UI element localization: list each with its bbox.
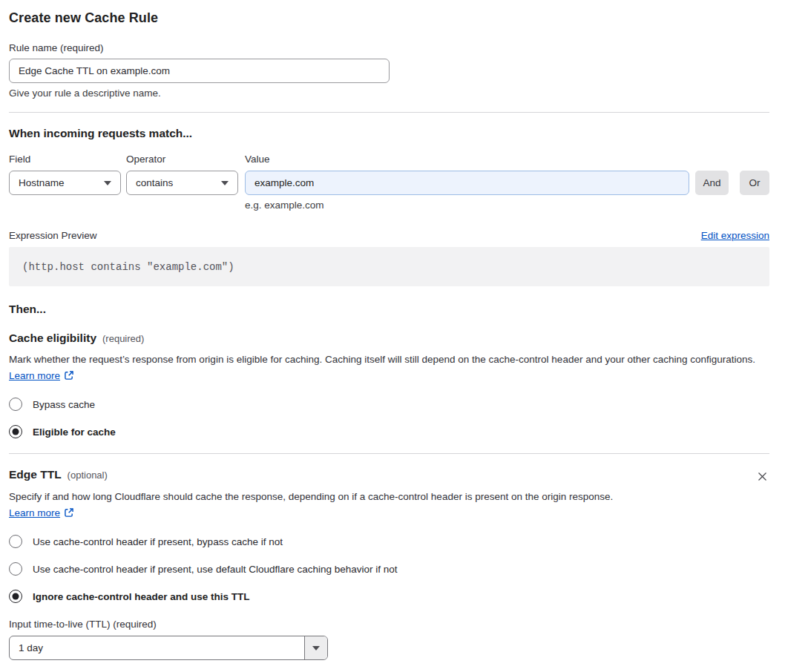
close-edge-ttl-button[interactable] [755,470,769,484]
radio-button[interactable] [9,398,22,411]
page-title: Create new Cache Rule [9,10,769,26]
cache-eligibility-heading: Cache eligibility [9,332,96,345]
chevron-down-icon [312,646,320,650]
edge-ttl-learn-more-link[interactable]: Learn more [9,507,60,518]
create-cache-rule-form: Create new Cache Rule Rule name (require… [0,0,785,660]
value-input[interactable]: example.com [245,171,689,195]
radio-label: Bypass cache [33,399,95,410]
radio-button[interactable] [9,535,22,548]
and-button[interactable]: And [695,171,729,195]
rule-name-input[interactable]: Edge Cache TTL on example.com [9,59,390,83]
radio-option-eligible-for-cache[interactable]: Eligible for cache [9,425,769,438]
ttl-select-value: 1 day [10,636,304,659]
field-select-value: Hostname [19,177,65,188]
ttl-select[interactable]: 1 day [9,636,328,660]
or-button[interactable]: Or [740,171,769,195]
match-section-heading: When incoming requests match... [9,127,769,140]
operator-select[interactable]: contains [126,171,238,195]
radio-button-selected[interactable] [9,590,22,603]
edge-ttl-description-text: Specify if and how long Cloudflare shoul… [9,491,613,502]
edge-ttl-qualifier: (optional) [68,470,108,481]
expression-code: (http.host contains "example.com") [9,247,769,286]
external-link-icon [64,369,74,386]
radio-button-selected[interactable] [9,425,22,438]
external-link-icon [64,507,74,523]
edit-expression-link[interactable]: Edit expression [701,230,769,241]
ttl-select-arrow-button[interactable] [304,636,327,659]
cache-eligibility-description: Mark whether the request’s response from… [9,352,769,385]
radio-label: Eligible for cache [33,426,116,438]
radio-label: Use cache-control header if present, use… [33,564,398,575]
value-label: Value [245,154,689,165]
radio-option-use-header-default[interactable]: Use cache-control header if present, use… [9,562,769,576]
chevron-down-icon [104,181,111,185]
radio-option-ignore-header-use-ttl[interactable]: Ignore cache-control header and use this… [9,590,769,603]
rule-name-helper: Give your rule a descriptive name. [9,88,769,99]
cache-eligibility-qualifier: (required) [102,333,144,344]
field-label: Field [9,154,121,165]
radio-option-use-header-bypass[interactable]: Use cache-control header if present, byp… [9,535,769,548]
rule-name-value: Edge Cache TTL on example.com [19,65,170,76]
edge-ttl-description: Specify if and how long Cloudflare shoul… [9,489,626,522]
rule-name-label: Rule name (required) [9,42,769,53]
radio-button[interactable] [9,562,22,576]
operator-label: Operator [126,154,238,165]
ttl-label: Input time-to-live (TTL) (required) [9,619,769,630]
radio-label: Use cache-control header if present, byp… [33,536,283,547]
then-heading: Then... [9,303,769,316]
cache-eligibility-description-text: Mark whether the request’s response from… [9,354,755,365]
value-helper: e.g. example.com [245,200,689,211]
section-divider [9,112,769,113]
radio-option-bypass-cache[interactable]: Bypass cache [9,398,769,411]
field-select[interactable]: Hostname [9,171,121,195]
cache-eligibility-learn-more-link[interactable]: Learn more [9,370,60,381]
expression-preview-label: Expression Preview [9,230,97,241]
expression-code-text: (http.host contains "example.com") [22,261,234,273]
operator-select-value: contains [136,177,173,188]
edge-ttl-heading: Edge TTL [9,468,62,481]
radio-label: Ignore cache-control header and use this… [33,591,250,602]
chevron-down-icon [221,181,229,185]
value-input-value: example.com [254,177,314,188]
section-divider [9,453,769,454]
close-icon [757,471,768,482]
